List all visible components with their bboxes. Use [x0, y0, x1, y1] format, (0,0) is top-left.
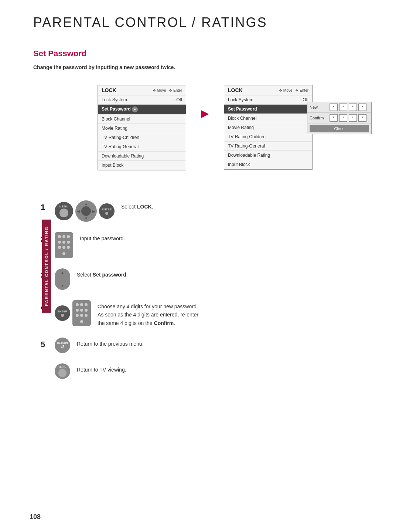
step-4-text: Choose any 4 digits for your new passwor… [98, 302, 198, 327]
menu-button: MENU [55, 202, 73, 220]
lock-item-tv-rating-general-left: TV Rating-General [98, 142, 186, 152]
step-5: 5 RETURN ↺ Return to the previous menu. [41, 338, 377, 353]
confirm-star-1: * [330, 114, 338, 122]
lock-item-block-channel-right: Block Channel [224, 114, 312, 123]
star-2: * [339, 104, 347, 111]
password-popup: New * * * * Confirm * * * * Close [307, 102, 372, 134]
nav-ring: ▲ ▼ ◀ ▶ [75, 200, 97, 222]
section-heading: Set Password [33, 49, 377, 58]
step-2: 2 [41, 232, 377, 258]
lock-menu-right-header: LOCK ❖ Move ❖ Enter [224, 85, 312, 95]
menu-center-dot [59, 209, 68, 217]
return-button: RETURN ↺ [55, 338, 70, 353]
star-3: * [349, 104, 357, 111]
lock-menu-right: LOCK ❖ Move ❖ Enter Lock System : Off Se… [224, 85, 313, 170]
arrow-icon: ▶ [201, 107, 209, 119]
lock-item-input-block-right: Input Block [224, 160, 312, 169]
lock-menu-left-header: LOCK ❖ Move ❖ Enter [98, 85, 186, 95]
lock-item-tv-rating-general-right: TV Rating-General [224, 142, 312, 151]
confirm-star-2: * [339, 114, 347, 122]
step-2-text: Input the password. [80, 234, 125, 243]
confirm-star-4: * [358, 114, 366, 122]
step-1-number: 1 [41, 203, 48, 211]
close-button[interactable]: Close [310, 125, 369, 132]
confirm-star-3: * [349, 114, 357, 122]
confirm-label: Confirm [310, 116, 328, 120]
lock-item-input-block-left: Input Block [98, 161, 186, 170]
enter-button: ENTER [99, 203, 115, 219]
divider [33, 189, 377, 189]
mockup-area: LOCK ❖ Move ❖ Enter Lock System : Off Se… [33, 85, 377, 170]
step-3-text: Select Set password. [77, 271, 128, 279]
lock-item-downloadable-rating-right: Downloadable Rating [224, 151, 312, 160]
lock-title-left: LOCK [102, 87, 116, 93]
numpad-button [55, 232, 73, 258]
step-1-text: Select LOCK. [121, 203, 153, 211]
step-tv: 6 MENU Return to TV viewing. [41, 363, 377, 379]
step-1-icons: MENU ▲ ▼ ◀ ▶ ENTER [55, 200, 115, 222]
step-4-icons: ENTER [55, 300, 91, 326]
nav-center [81, 206, 91, 216]
lock-item-set-password-left: Set Password ● [98, 105, 186, 115]
lock-menu-left: LOCK ❖ Move ❖ Enter Lock System : Off Se… [98, 85, 186, 170]
step-5-text: Return to the previous menu. [77, 340, 144, 348]
lock-item-movie-rating-left: Movie Rating [98, 124, 186, 133]
lock-title-right: LOCK [228, 87, 243, 93]
step-5-number: 5 [41, 340, 48, 349]
lock-item-block-channel-left: Block Channel [98, 115, 186, 124]
enter-button-2: ENTER [55, 305, 70, 321]
new-label: New [310, 105, 328, 109]
lock-menu-right-wrapper: LOCK ❖ Move ❖ Enter Lock System : Off Se… [224, 85, 313, 170]
step-1: 1 MENU ▲ ▼ ◀ ▶ ENTER [41, 200, 377, 222]
step-5-icons: RETURN ↺ [55, 338, 70, 353]
steps-area: 1 MENU ▲ ▼ ◀ ▶ ENTER [33, 200, 377, 379]
menu-button-2: MENU [55, 363, 70, 379]
numpad-button-2 [72, 300, 91, 326]
description-text: Change the password by inputting a new p… [33, 64, 377, 70]
circle-icon: ● [132, 106, 138, 112]
password-confirm-row: Confirm * * * * [307, 113, 371, 123]
step-2-icons [55, 232, 73, 258]
step-3: 3 ▲ ▼ Select Set password. [41, 268, 377, 290]
lock-controls-left: ❖ Move ❖ Enter [153, 88, 182, 92]
lock-item-tv-rating-children-left: TV Rating-Children [98, 133, 186, 142]
star-4: * [358, 104, 366, 111]
page-title: PARENTAL CONTROL / RATINGS [33, 15, 377, 30]
star-1: * [330, 104, 338, 111]
password-new-row: New * * * * [307, 102, 371, 113]
page-number: 108 [30, 513, 41, 521]
step-tv-icons: MENU [55, 363, 70, 379]
lock-item-downloadable-rating-left: Downloadable Rating [98, 152, 186, 161]
step-4: 4 ENTER [41, 300, 377, 327]
lock-item-movie-rating-right: Movie Rating [224, 123, 312, 132]
step-3-icons: ▲ ▼ [55, 268, 70, 290]
lock-item-tv-rating-children-right: TV Rating-Children [224, 132, 312, 142]
lock-item-lock-system-right: Lock System : Off [224, 95, 312, 105]
lock-item-lock-system-left: Lock System : Off [98, 95, 186, 105]
lock-controls-right: ❖ Move ❖ Enter [279, 88, 308, 92]
step-tv-text: Return to TV viewing. [77, 366, 126, 374]
updown-button: ▲ ▼ [55, 268, 70, 290]
side-tab: PARENTAL CONTROL / RATING [42, 220, 51, 313]
lock-item-set-password-right: Set Password [224, 105, 312, 114]
